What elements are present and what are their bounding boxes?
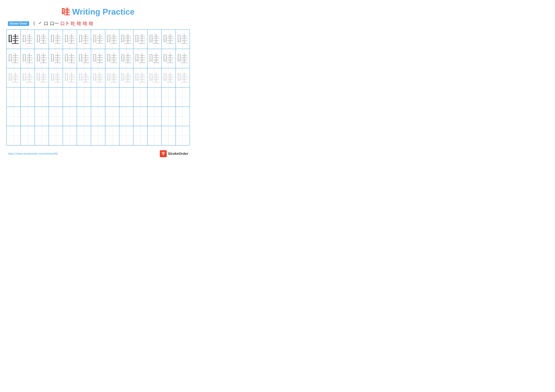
char-very-light: 哇 <box>177 72 188 83</box>
char-light: 哇 <box>163 34 174 45</box>
grid-cell: 哇 <box>7 49 21 68</box>
footer-brand: 字 StrokeOrder <box>160 150 188 157</box>
title-char: 哇 <box>62 7 70 16</box>
grid-cell-empty[interactable] <box>119 126 133 145</box>
char-light: 哇 <box>107 34 117 45</box>
stroke-step-9: 哇 <box>89 21 93 27</box>
grid-cell: 哇 <box>49 30 63 49</box>
grid-cell-empty[interactable] <box>176 107 190 126</box>
grid-cell-empty[interactable] <box>119 107 133 126</box>
grid-cell-empty[interactable] <box>162 107 176 126</box>
char-light: 哇 <box>79 53 89 64</box>
stroke-step-2: ㇒ <box>38 21 42 27</box>
grid-cell-empty[interactable] <box>63 107 77 126</box>
grid-cell-empty[interactable] <box>148 107 162 126</box>
char-light: 哇 <box>121 53 132 64</box>
char-light: 哇 <box>135 34 146 45</box>
char-very-light: 哇 <box>163 72 174 83</box>
stroke-step-3: 口 <box>44 21 48 27</box>
grid-cell-empty[interactable] <box>176 126 190 145</box>
grid-cell-empty[interactable] <box>133 88 148 107</box>
grid-cell: 哇 <box>63 68 77 87</box>
grid-cell-empty[interactable] <box>148 88 162 107</box>
char-very-light: 哇 <box>37 72 47 83</box>
grid-cell: 哇 <box>148 49 162 68</box>
grid-cell: 哇 <box>105 30 119 49</box>
grid-cell: 哇 <box>176 68 190 87</box>
grid-cell-empty[interactable] <box>7 107 21 126</box>
grid-cell: 哇 <box>91 49 105 68</box>
grid-cell-empty[interactable] <box>148 126 162 145</box>
char-light: 哇 <box>135 53 146 64</box>
stroke-step-6: 吐 <box>71 21 75 27</box>
grid-cell: 哇 <box>49 49 63 68</box>
grid-row-4 <box>7 88 190 107</box>
char-light: 哇 <box>37 34 47 45</box>
grid-cell: 哇 <box>133 68 148 87</box>
footer: https://www.strokeorder.com/chinese/哇 字 … <box>6 150 190 157</box>
char-light: 哇 <box>163 53 174 64</box>
grid-cell-empty[interactable] <box>77 126 91 145</box>
grid-cell-empty[interactable] <box>162 126 176 145</box>
grid-cell: 哇 <box>162 68 176 87</box>
grid-cell-empty[interactable] <box>21 107 35 126</box>
grid-cell: 哇 <box>77 49 91 68</box>
grid-cell: 哇 <box>77 68 91 87</box>
char-light: 哇 <box>177 34 188 45</box>
grid-cell-empty[interactable] <box>162 88 176 107</box>
grid-cell: 哇 <box>21 30 35 49</box>
stroke-step-5: 口卜 <box>60 21 69 27</box>
grid-cell-empty[interactable] <box>21 88 35 107</box>
char-light: 哇 <box>121 34 132 45</box>
grid-cell: 哇 <box>119 49 133 68</box>
grid-cell-empty[interactable] <box>105 126 119 145</box>
grid-cell-empty[interactable] <box>105 88 119 107</box>
grid-cell-empty[interactable] <box>35 126 49 145</box>
grid-row-3: 哇 哇 哇 哇 哇 哇 哇 哇 哇 哇 哇 哇 哇 <box>7 68 190 88</box>
grid-cell-empty[interactable] <box>49 126 63 145</box>
char-very-light: 哇 <box>149 72 160 83</box>
grid-row-5 <box>7 107 190 126</box>
grid-cell-empty[interactable] <box>63 88 77 107</box>
grid-cell-empty[interactable] <box>91 107 105 126</box>
grid-cell: 哇 <box>35 49 49 68</box>
char-light: 哇 <box>65 53 75 64</box>
grid-cell-empty[interactable] <box>105 107 119 126</box>
grid-cell: 哇 <box>49 68 63 87</box>
grid-cell-empty[interactable] <box>7 126 21 145</box>
grid-cell: 哇 <box>162 49 176 68</box>
stroke-order-badge: Stroke Order <box>8 21 29 26</box>
grid-cell-empty[interactable] <box>133 107 148 126</box>
grid-cell: 哇 <box>35 68 49 87</box>
grid-cell-empty[interactable] <box>77 88 91 107</box>
char-very-light: 哇 <box>121 72 132 83</box>
grid-cell: 哇 <box>162 30 176 49</box>
grid-cell-empty[interactable] <box>91 88 105 107</box>
grid-cell-empty[interactable] <box>7 88 21 107</box>
grid-cell-empty[interactable] <box>21 126 35 145</box>
grid-cell: 哇 <box>176 30 190 49</box>
grid-cell-empty[interactable] <box>63 126 77 145</box>
grid-cell-empty[interactable] <box>35 88 49 107</box>
char-light: 哇 <box>149 34 160 45</box>
grid-cell-empty[interactable] <box>176 88 190 107</box>
grid-cell-empty[interactable] <box>35 107 49 126</box>
char-light: 哇 <box>22 34 33 45</box>
grid-cell: 哇 <box>119 30 133 49</box>
grid-cell: 哇 <box>21 49 35 68</box>
grid-cell-empty[interactable] <box>91 126 105 145</box>
grid-cell: 哇 <box>91 68 105 87</box>
char-light: 哇 <box>93 53 103 64</box>
grid-cell-empty[interactable] <box>77 107 91 126</box>
footer-url[interactable]: https://www.strokeorder.com/chinese/哇 <box>8 152 58 156</box>
stroke-step-4: 口一 <box>50 21 59 27</box>
char-very-light: 哇 <box>93 72 103 83</box>
grid-cell-empty[interactable] <box>49 88 63 107</box>
footer-brand-name: StrokeOrder <box>168 152 188 156</box>
char-very-light: 哇 <box>79 72 89 83</box>
char-light: 哇 <box>51 34 61 45</box>
grid-cell-empty[interactable] <box>119 88 133 107</box>
grid-cell-empty[interactable] <box>133 126 148 145</box>
grid-cell-empty[interactable] <box>49 107 63 126</box>
stroke-order-row: Stroke Order 丨 ㇒ 口 口一 口卜 吐 哇 哇 哇 <box>8 21 190 27</box>
